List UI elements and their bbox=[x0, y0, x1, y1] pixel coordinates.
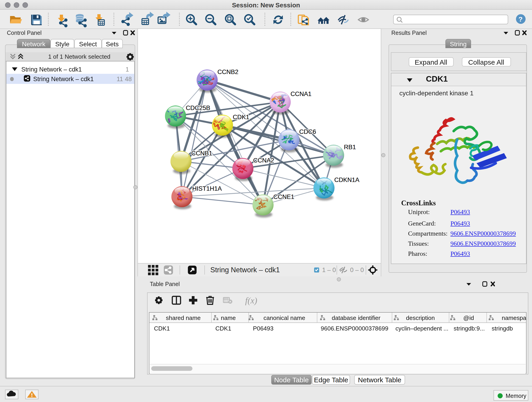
svg-text:database identifier: database identifier bbox=[332, 314, 380, 321]
svg-text:canonical name: canonical name bbox=[264, 314, 305, 321]
svg-text:String Network – cdk1: String Network – cdk1 bbox=[210, 266, 280, 274]
svg-text:RB1: RB1 bbox=[344, 144, 356, 151]
svg-text:CDK1: CDK1 bbox=[233, 114, 249, 121]
svg-text:CCNA2: CCNA2 bbox=[253, 157, 274, 164]
svg-text:description: description bbox=[406, 314, 435, 321]
svg-text:shared name: shared name bbox=[166, 314, 201, 321]
svg-text:stringdb:9...: stringdb:9... bbox=[454, 325, 485, 332]
svg-text:CDC25B: CDC25B bbox=[186, 104, 210, 111]
svg-text:CDC6: CDC6 bbox=[299, 128, 316, 135]
svg-text:HIST1H1A: HIST1H1A bbox=[192, 185, 222, 192]
svg-text:f(x): f(x) bbox=[245, 296, 257, 306]
svg-text:name: name bbox=[221, 314, 236, 321]
svg-text:P06493: P06493 bbox=[253, 325, 273, 332]
svg-text:CCNB2: CCNB2 bbox=[217, 69, 239, 75]
svg-text:CDK1: CDK1 bbox=[154, 325, 170, 332]
svg-text:1 – 0: 1 – 0 bbox=[322, 267, 336, 274]
svg-text:0 – 0: 0 – 0 bbox=[350, 267, 364, 274]
svg-text:CDK1: CDK1 bbox=[215, 325, 231, 332]
svg-text:CCNB1: CCNB1 bbox=[191, 150, 212, 157]
svg-text:cyclin–dependent ...: cyclin–dependent ... bbox=[395, 325, 448, 332]
svg-text:CCNA1: CCNA1 bbox=[291, 90, 312, 97]
svg-text:stringdb: stringdb bbox=[492, 325, 513, 332]
svg-text:namespac: namespac bbox=[502, 314, 526, 321]
svg-text:CCNE1: CCNE1 bbox=[273, 193, 294, 200]
svg-text:9606.ENSP00000378699: 9606.ENSP00000378699 bbox=[321, 325, 388, 332]
svg-text:@id: @id bbox=[463, 314, 474, 321]
svg-text:CDKN1A: CDKN1A bbox=[334, 177, 360, 183]
